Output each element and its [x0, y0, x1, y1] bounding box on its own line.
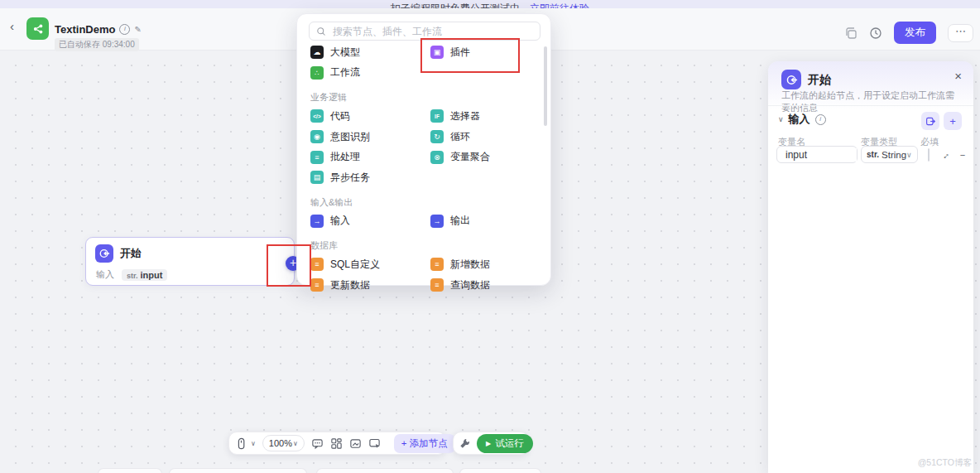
mouse-mode-icon[interactable] — [235, 437, 247, 450]
popup-item-loop[interactable]: ↻循环 — [430, 127, 550, 147]
panel-start-icon — [781, 70, 801, 89]
app-icon — [26, 17, 49, 40]
panel-title: 开始 — [808, 73, 831, 88]
panel-divider — [768, 105, 973, 106]
popup-item-selector[interactable]: IF选择器 — [430, 106, 550, 127]
minimap-icon[interactable] — [349, 437, 362, 450]
popup-item-async-task[interactable]: ▤异步任务 — [310, 167, 430, 188]
search-icon — [316, 27, 326, 36]
comment-icon[interactable] — [311, 437, 324, 450]
var-type-select[interactable]: str. String ∨ — [861, 146, 918, 163]
popup-item-label: 输出 — [450, 214, 470, 228]
popup-item-plugin[interactable]: ▣插件 — [430, 42, 550, 63]
copy-icon[interactable] — [844, 27, 858, 40]
app-title: TextinDemo — [55, 23, 115, 36]
node-io-label: 输入 — [96, 268, 114, 281]
history-icon[interactable] — [869, 27, 882, 40]
plugin-icon: ▣ — [430, 46, 444, 59]
var-name-input[interactable] — [784, 148, 857, 162]
publish-button[interactable]: 发布 — [894, 22, 936, 44]
sql-custom-icon: ≡ — [310, 258, 324, 271]
popup-item-label: 插件 — [450, 46, 470, 60]
popup-item-sql-custom[interactable]: ≡SQL自定义 — [310, 254, 430, 275]
popup-item-llm[interactable]: ☁大模型 — [310, 42, 430, 63]
popup-section-title: 数据库 — [310, 231, 550, 254]
batch-edit-button[interactable] — [921, 112, 939, 130]
popup-item-output-node[interactable]: →输出 — [430, 211, 550, 232]
expand-icon[interactable]: ↔ — [938, 147, 951, 161]
popup-item-label: 批处理 — [330, 150, 360, 164]
popup-item-intent-recognition[interactable]: ◉意图识别 — [310, 127, 430, 147]
popup-search-input[interactable] — [331, 25, 525, 38]
popup-search[interactable] — [309, 22, 540, 41]
popup-item-label: 变量聚合 — [450, 150, 490, 164]
promo-banner-link[interactable]: 立即前往体验 — [530, 2, 589, 8]
batch-icon: ≡ — [310, 151, 324, 164]
node-start[interactable]: 开始 输入 str. input + — [85, 237, 295, 286]
test-run-button[interactable]: ▶ 试运行 — [477, 434, 533, 453]
share-nodes-icon — [31, 22, 45, 36]
card-stub — [459, 468, 541, 473]
section-info-icon[interactable]: i — [815, 114, 826, 125]
update-data-icon: ≡ — [310, 278, 324, 292]
select-area-icon[interactable] — [368, 437, 381, 450]
node-select-popup: ☁大模型▣插件∴工作流业务逻辑</>代码IF选择器◉意图识别↻循环≡批处理⊗变量… — [296, 13, 551, 286]
popup-item-batch[interactable]: ≡批处理 — [310, 147, 430, 167]
async-task-icon: ▤ — [310, 171, 324, 184]
zoom-select[interactable]: 100% ∨ — [262, 435, 305, 451]
batch-edit-icon — [925, 116, 936, 127]
card-stub — [316, 468, 454, 473]
popup-scrollbar[interactable] — [544, 46, 547, 126]
node-var-chip: str. input — [122, 269, 167, 281]
popup-item-label: 更新数据 — [330, 278, 370, 292]
zoom-value: 100% — [269, 438, 292, 448]
input-section-title: 输入 — [789, 112, 810, 127]
popup-item-label: 意图识别 — [330, 130, 370, 144]
panel-close-icon[interactable]: × — [954, 69, 962, 83]
back-icon[interactable]: ‹ — [10, 19, 14, 33]
popup-item-query-data[interactable]: ≡查询数据 — [430, 275, 550, 296]
var-type-tag: str. — [127, 272, 138, 280]
popup-item-code[interactable]: </>代码 — [310, 106, 430, 127]
var-name-field[interactable] — [776, 146, 858, 163]
variable-aggregate-icon: ⊗ — [430, 151, 444, 164]
add-node-button[interactable]: + 添加节点 — [394, 434, 455, 453]
mouse-mode-chevron-icon[interactable]: ∨ — [251, 440, 256, 447]
promo-banner: 扣子编程限时免费公开测试中，立即前往体验 — [0, 0, 980, 8]
type-name: String — [882, 150, 906, 160]
popup-item-insert-data[interactable]: ≡新增数据 — [430, 254, 550, 275]
watermark: @51CTO博客 — [918, 457, 972, 469]
var-name: input — [141, 270, 163, 280]
more-button[interactable]: ⋯ — [948, 24, 973, 42]
canvas-toolbar: ∨ 100% ∨ + 添加节点 — [228, 432, 446, 455]
edit-icon[interactable]: ✎ — [134, 25, 141, 34]
popup-item-label: 异步任务 — [330, 171, 370, 185]
info-icon[interactable]: i — [119, 24, 130, 35]
panel-description: 工作流的起始节点，用于设定启动工作流需要的信息 — [781, 89, 960, 114]
llm-icon: ☁ — [310, 46, 324, 59]
output-node-icon: → — [430, 215, 444, 228]
popup-item-label: 循环 — [450, 130, 470, 144]
popup-item-update-data[interactable]: ≡更新数据 — [310, 275, 430, 296]
node-title: 开始 — [120, 246, 142, 261]
card-stub — [169, 468, 307, 473]
start-node-config-panel: 开始 × 工作流的起始节点，用于设定启动工作流需要的信息 ∨ 输入 i + 变量… — [768, 61, 973, 473]
promo-banner-text: 扣子编程限时免费公开测试中， — [391, 2, 530, 8]
input-node-icon: → — [310, 215, 324, 228]
auto-layout-icon[interactable] — [330, 437, 343, 450]
popup-item-variable-aggregate[interactable]: ⊗变量聚合 — [430, 147, 550, 167]
popup-item-input-node[interactable]: →输入 — [310, 211, 430, 232]
wrench-icon[interactable] — [459, 437, 471, 450]
selector-icon: IF — [430, 109, 444, 123]
loop-icon: ↻ — [430, 130, 444, 143]
insert-data-icon: ≡ — [430, 258, 444, 271]
collapse-chevron-icon[interactable]: ∨ — [778, 115, 784, 123]
remove-variable-icon[interactable]: − — [960, 150, 965, 160]
type-tag: str. — [867, 150, 879, 159]
popup-item-label: 查询数据 — [450, 278, 490, 292]
add-variable-button[interactable]: + — [944, 112, 962, 130]
popup-item-workflow[interactable]: ∴工作流 — [310, 63, 430, 84]
run-toolbar: ▶ 试运行 — [453, 432, 529, 455]
card-stub — [98, 468, 162, 473]
required-checkbox[interactable] — [928, 148, 930, 162]
